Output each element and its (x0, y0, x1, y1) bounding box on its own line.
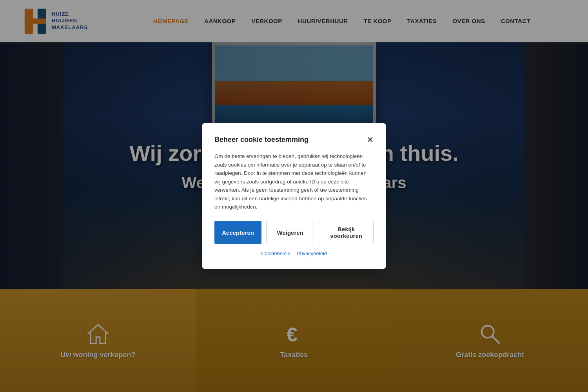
cookie-modal-body: Om de beste ervaringen te bieden, gebrui… (214, 152, 374, 211)
cookie-reject-button[interactable]: Weigeren (266, 221, 314, 244)
cookie-modal-header: Beheer cookie toestemming ✕ (214, 136, 374, 144)
cookie-modal: Beheer cookie toestemming ✕ Om de beste … (202, 123, 386, 269)
cookie-close-button[interactable]: ✕ (367, 136, 374, 144)
cookie-accept-button[interactable]: Accepteren (214, 221, 261, 244)
cookie-links: Cookiebeleid Privacybeleid (214, 250, 374, 256)
cookie-prefs-button[interactable]: Bekijk voorkeuren (319, 221, 374, 244)
cookie-buttons: Accepteren Weigeren Bekijk voorkeuren (214, 221, 374, 244)
privacy-policy-link[interactable]: Privacybeleid (297, 250, 327, 256)
cookie-policy-link[interactable]: Cookiebeleid (261, 250, 290, 256)
cookie-modal-title: Beheer cookie toestemming (214, 136, 309, 144)
cookie-overlay: Beheer cookie toestemming ✕ Om de beste … (0, 0, 588, 392)
